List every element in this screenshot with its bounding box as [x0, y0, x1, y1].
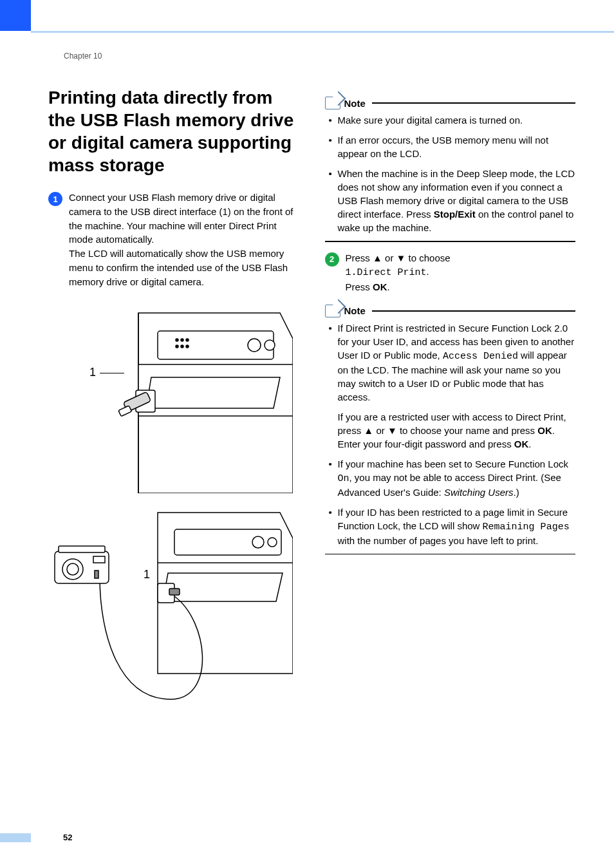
chapter-label: Chapter 10: [64, 52, 102, 61]
svg-rect-18: [59, 546, 105, 552]
note-end-rule: [325, 554, 576, 555]
step-bullet-1: 1: [48, 192, 62, 206]
up-arrow-icon: ▲: [373, 252, 382, 263]
n2i3-post: with the number of pages you have left t…: [338, 535, 539, 546]
note-2-list: If Direct Print is restricted in Secure …: [325, 321, 576, 547]
page-number: 52: [63, 833, 72, 842]
note-rule: [372, 310, 575, 312]
figure-1-label: 1: [89, 366, 96, 379]
step-2-body: Press ▲ or ▼ to choose 1.Direct Print. P…: [346, 251, 576, 294]
n2i1-m1: to choose your name and press: [397, 425, 537, 436]
header-rule: [31, 31, 614, 33]
svg-point-2: [265, 340, 275, 350]
n2i1-end: .: [528, 439, 531, 449]
s2-post: to choose: [405, 252, 450, 263]
note1-i3-bold: Stop/Exit: [434, 209, 476, 220]
n2i1-mono: Access Denied: [443, 351, 518, 362]
note-2-item-1: If Direct Print is restricted in Secure …: [329, 321, 576, 451]
step-1-body: Connect your USB Flash memory drive or d…: [69, 191, 299, 288]
svg-point-5: [186, 339, 189, 341]
figure-2-camera: [48, 506, 293, 712]
note-2-item-3: If your ID has been restricted to a page…: [329, 505, 576, 547]
down-arrow-icon: ▼: [387, 425, 397, 436]
svg-point-4: [181, 339, 183, 341]
s2-pre: Press: [346, 252, 373, 263]
s2-or: or: [382, 252, 396, 263]
right-column: Note Make sure your digital camera is tu…: [325, 86, 576, 712]
note-rule: [372, 102, 575, 104]
svg-rect-21: [93, 556, 105, 563]
svg-point-13: [252, 536, 264, 548]
note-icon: [325, 97, 340, 109]
page-content: Printing data directly from the USB Flas…: [48, 86, 575, 712]
svg-point-6: [176, 345, 178, 348]
note-2-header: Note: [325, 305, 576, 317]
step-1-text-b: The LCD will automatically show the USB …: [69, 248, 288, 287]
note-1-item-2: If an error occurs, the USB memory menu …: [329, 133, 576, 160]
svg-point-14: [268, 538, 277, 547]
note-1-header: Note: [325, 97, 576, 109]
n2i1-ok1: OK: [537, 425, 552, 436]
note-2: Note If Direct Print is restricted in Se…: [325, 305, 576, 555]
note-2-label: Note: [344, 305, 366, 316]
figure-1-usb-drive: [113, 300, 293, 493]
note-1-item-3: When the machine is in the Deep Sleep mo…: [329, 167, 576, 234]
footer-bar: [0, 833, 31, 842]
step-2: 2 Press ▲ or ▼ to choose 1.Direct Print.…: [325, 251, 576, 294]
svg-point-1: [248, 339, 261, 352]
s2-end: .: [427, 266, 429, 277]
s2-l2pre: Press: [346, 281, 373, 292]
down-arrow-icon: ▼: [396, 252, 406, 263]
n2i2-post: .): [514, 487, 519, 498]
s2-l2end: .: [387, 281, 390, 292]
note-1-label: Note: [344, 98, 366, 109]
s2-mono: 1.Direct Print: [346, 267, 427, 278]
n2i1-para2: If you are a restricted user with access…: [338, 410, 576, 451]
step-bullet-2: 2: [325, 252, 339, 267]
section-title: Printing data directly from the USB Flas…: [48, 86, 299, 176]
n2i1-or: or: [373, 425, 387, 436]
svg-point-20: [67, 563, 79, 575]
svg-rect-22: [95, 571, 98, 578]
left-column: Printing data directly from the USB Flas…: [48, 86, 299, 712]
n2i2-ital: Switching Users: [444, 487, 514, 498]
note-1-list: Make sure your digital camera is turned …: [325, 113, 576, 234]
svg-rect-16: [169, 589, 180, 595]
n2i3-mono: Remaining Pages: [483, 522, 570, 533]
note-icon: [325, 305, 340, 317]
step-1: 1 Connect your USB Flash memory drive or…: [48, 191, 299, 288]
svg-point-7: [181, 345, 183, 348]
svg-rect-12: [174, 529, 281, 555]
step-1-text-a: Connect your USB Flash memory drive or d…: [69, 192, 293, 245]
up-arrow-icon: ▲: [364, 425, 373, 436]
s2-ok: OK: [373, 281, 387, 292]
n2i2-mono: On: [338, 473, 349, 484]
svg-point-3: [176, 339, 178, 341]
note-1: Note Make sure your digital camera is tu…: [325, 97, 576, 242]
figure-area: 1: [48, 300, 299, 712]
svg-rect-11: [118, 406, 132, 417]
note-1-item-1: Make sure your digital camera is turned …: [329, 113, 576, 127]
svg-point-8: [186, 345, 189, 348]
note-end-rule: [325, 241, 576, 242]
note-2-item-2: If your machine has been set to Secure F…: [329, 457, 576, 499]
side-tab: [0, 0, 31, 31]
n2i1-ok2: OK: [514, 439, 529, 449]
n2i2-pre: If your machine has been set to Secure F…: [338, 458, 569, 469]
